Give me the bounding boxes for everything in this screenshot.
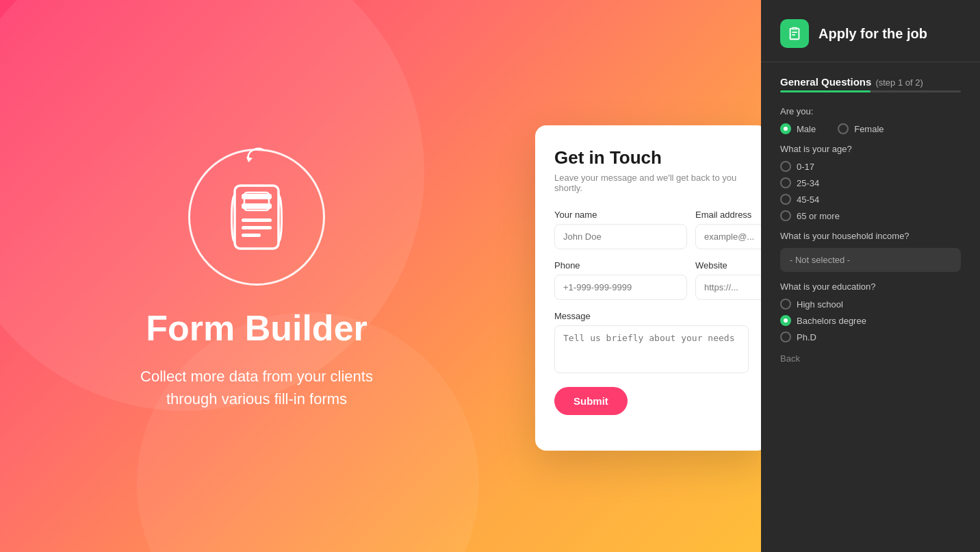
education-bachelors-radio[interactable] xyxy=(780,315,791,326)
gender-female-label: Female xyxy=(854,124,884,134)
education-question-label: What is your education? xyxy=(780,281,961,292)
age-0-17-label: 0-17 xyxy=(797,162,814,172)
panel-content: General Questions (step 1 of 2) Are you:… xyxy=(761,62,980,378)
message-textarea[interactable] xyxy=(554,325,749,373)
gender-options: Male Female xyxy=(780,123,961,134)
form-row-name-email: Your name Email address xyxy=(554,210,749,249)
contact-form-subtitle: Leave your message and we'll get back to… xyxy=(554,173,749,193)
age-25-34-label: 25-34 xyxy=(797,178,819,188)
svg-rect-7 xyxy=(242,234,261,237)
contact-form-card: Get in Touch Leave your message and we'l… xyxy=(535,125,768,451)
hero-section: Form Builder Collect more data from your… xyxy=(0,0,513,552)
income-dropdown[interactable]: - Not selected - xyxy=(780,248,961,272)
panel-icon xyxy=(780,19,809,48)
gender-male-label: Male xyxy=(797,124,816,134)
panel-header: Apply for the job xyxy=(761,0,980,62)
svg-rect-5 xyxy=(242,218,272,222)
svg-rect-6 xyxy=(242,226,272,229)
age-45-54-label: 45-54 xyxy=(797,195,819,205)
gender-female-radio[interactable] xyxy=(838,123,849,134)
your-name-input[interactable] xyxy=(554,224,687,249)
progress-bar xyxy=(780,90,961,92)
svg-rect-2 xyxy=(242,194,272,199)
education-options: High school Bachelors degree Ph.D xyxy=(780,299,961,342)
section-header: General Questions (step 1 of 2) xyxy=(780,76,961,88)
clipboard-icon xyxy=(787,26,802,41)
education-highschool-radio[interactable] xyxy=(780,299,791,310)
your-name-label: Your name xyxy=(554,210,687,220)
age-0-17-radio[interactable] xyxy=(780,161,791,172)
form-row-phone-website: Phone Website xyxy=(554,260,749,300)
message-group: Message xyxy=(554,311,749,373)
education-bachelors-option[interactable]: Bachelors degree xyxy=(780,315,961,326)
age-0-17-option[interactable]: 0-17 xyxy=(780,161,961,172)
age-65plus-radio[interactable] xyxy=(780,210,791,221)
section-title: General Questions xyxy=(780,76,871,88)
hero-form-icon xyxy=(229,183,284,251)
phone-input[interactable] xyxy=(554,275,687,300)
age-25-34-radio[interactable] xyxy=(780,177,791,188)
age-65plus-option[interactable]: 65 or more xyxy=(780,210,961,221)
income-question-label: What is your household income? xyxy=(780,231,961,241)
svg-rect-3 xyxy=(242,203,272,209)
education-phd-radio[interactable] xyxy=(780,331,791,342)
section-step: (step 1 of 2) xyxy=(875,77,923,88)
your-name-group: Your name xyxy=(554,210,687,249)
age-25-34-option[interactable]: 25-34 xyxy=(780,177,961,188)
age-question-label: What is your age? xyxy=(780,144,961,154)
age-45-54-option[interactable]: 45-54 xyxy=(780,194,961,205)
education-highschool-option[interactable]: High school xyxy=(780,299,961,310)
phone-label: Phone xyxy=(554,260,687,271)
panel-title: Apply for the job xyxy=(818,26,927,42)
hero-arrow-icon xyxy=(243,145,270,172)
education-phd-label: Ph.D xyxy=(797,332,816,342)
age-65plus-label: 65 or more xyxy=(797,211,840,221)
submit-button[interactable]: Submit xyxy=(554,387,628,415)
age-45-54-radio[interactable] xyxy=(780,194,791,205)
hero-title: Form Builder xyxy=(146,309,368,348)
education-bachelors-label: Bachelors degree xyxy=(797,316,866,326)
apply-panel: Apply for the job General Questions (ste… xyxy=(761,0,980,552)
gender-male-radio[interactable] xyxy=(780,123,791,134)
hero-icon-wrapper xyxy=(181,142,332,292)
phone-group: Phone xyxy=(554,260,687,300)
education-phd-option[interactable]: Ph.D xyxy=(780,331,961,342)
progress-fill xyxy=(780,90,871,92)
contact-form-title: Get in Touch xyxy=(554,147,749,168)
message-label: Message xyxy=(554,311,749,321)
gender-question-label: Are you: xyxy=(780,106,961,116)
education-highschool-label: High school xyxy=(797,299,843,310)
gender-male-option[interactable]: Male xyxy=(780,123,816,134)
hero-subtitle: Collect more data from your clients thro… xyxy=(140,365,373,410)
age-options: 0-17 25-34 45-54 65 or more xyxy=(780,161,961,221)
back-button[interactable]: Back xyxy=(780,353,800,364)
gender-female-option[interactable]: Female xyxy=(838,123,884,134)
svg-marker-0 xyxy=(246,157,253,162)
